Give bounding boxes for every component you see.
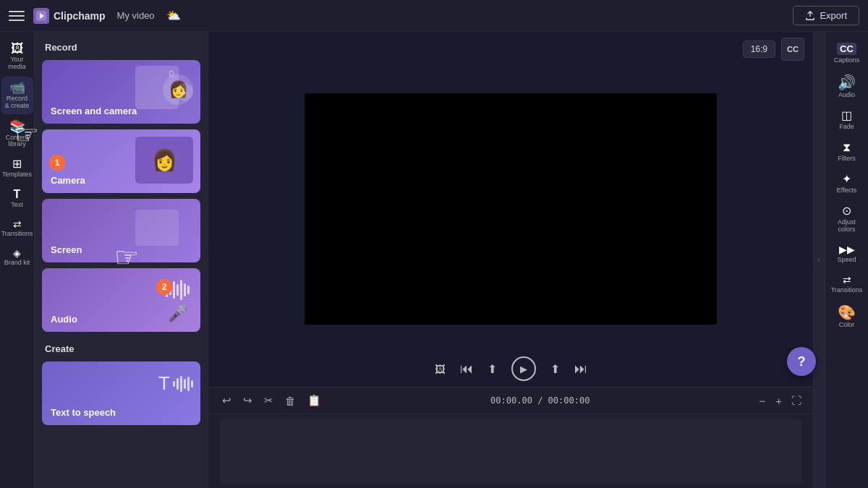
timeline-track	[220, 419, 801, 484]
speed-icon: ▶▶	[839, 244, 855, 254]
timeline-fullscreen-button[interactable]: ⛶	[791, 395, 801, 406]
cut-button[interactable]: ✂	[262, 392, 276, 409]
video-topbar: 16:9 CC	[208, 32, 813, 67]
transitions-right-icon: ⇄	[843, 275, 851, 285]
zoom-in-button[interactable]: +	[773, 393, 784, 409]
adjust-label: Adjust colors	[831, 218, 863, 233]
adjust-icon: ⊙	[842, 205, 851, 217]
timeline-toolbar: ↩ ↪ ✂ 🗑 📋 00:00.00 / 00:00:00 − + ⛶	[208, 388, 813, 414]
brand-icon: ◈	[13, 248, 21, 258]
sidebar-item-text[interactable]: T Text	[1, 184, 33, 213]
sidebar-item-content-library[interactable]: 📚 Content library	[1, 116, 33, 153]
captions-button[interactable]: CC	[781, 38, 804, 61]
play-button[interactable]: ▶	[511, 356, 536, 381]
tts-label: Text to speech	[51, 407, 116, 418]
cursor-badge-1: 1	[49, 155, 65, 171]
media-icon: 🖼	[11, 42, 24, 55]
sidebar-label-templates: Templates	[2, 171, 32, 179]
tts-deco: T	[158, 372, 193, 395]
screen-camera-label: Screen and camera	[51, 106, 137, 116]
audio-label: Audio	[51, 314, 77, 325]
logo-icon	[33, 8, 49, 24]
speed-label: Speed	[837, 256, 856, 263]
aspect-ratio-badge[interactable]: 16:9	[743, 40, 775, 58]
video-area: 16:9 CC 🖼 ⏮ ⬆ ▶ ⬆ ⏭ ⛶ ↩ ↪ ✂ 🗑 📋	[208, 32, 813, 488]
sidebar-collapse-handle[interactable]: ‹	[813, 32, 825, 488]
text-icon: T	[14, 189, 21, 200]
right-nav-color[interactable]: 🎨 Color	[828, 300, 866, 333]
redo-button[interactable]: ↪	[241, 392, 255, 409]
sidebar-label-your-media: Your media	[4, 56, 30, 71]
record-section-title: Record	[42, 42, 200, 53]
video-title[interactable]: My video	[117, 10, 155, 21]
sidebar-label-brand: Brand kit	[4, 260, 30, 267]
right-nav-fade[interactable]: ◫ Fade	[828, 105, 866, 135]
right-nav-effects[interactable]: ✦ Effects	[828, 168, 866, 199]
cursor-badge-2: 2	[156, 279, 172, 295]
duplicate-button[interactable]: 📋	[305, 392, 323, 409]
undo-button[interactable]: ↩	[220, 392, 234, 409]
audio-right-icon: 🔊	[838, 75, 856, 90]
right-nav-speed[interactable]: ▶▶ Speed	[828, 239, 866, 268]
camera-card[interactable]: 👩 Camera	[42, 129, 200, 193]
right-nav-audio[interactable]: 🔊 Audio	[828, 70, 866, 103]
export-button[interactable]: Export	[793, 6, 859, 25]
help-button[interactable]: ?	[787, 347, 816, 376]
screen-card[interactable]: Screen	[42, 199, 200, 262]
right-nav-captions[interactable]: CC Captions	[828, 38, 866, 69]
screen-label: Screen	[51, 244, 82, 255]
left-nav: 🖼 Your media 📹 Record & create 📚 Content…	[0, 32, 35, 488]
color-label: Color	[839, 321, 855, 328]
library-icon: 📚	[9, 120, 25, 133]
color-icon: 🎨	[838, 305, 856, 320]
skip-forward-icon[interactable]: ⏭	[574, 361, 587, 377]
zoom-out-button[interactable]: −	[757, 393, 767, 409]
right-sidebar: CC Captions 🔊 Audio ◫ Fade ⧗ Filters ✦ E…	[825, 32, 868, 488]
camera-label: Camera	[51, 175, 85, 186]
templates-icon: ⊞	[12, 158, 22, 170]
rewind-icon[interactable]: ⏮	[460, 361, 473, 377]
tts-card[interactable]: T Text to speech	[42, 361, 200, 425]
sidebar-item-transitions[interactable]: ⇄ Transitions	[1, 215, 33, 242]
logo-text: Clipchamp	[54, 10, 106, 22]
camera-deco: 👩	[135, 137, 193, 184]
record-panel: Record D 👩 Screen and camera › 👩 Camera …	[35, 32, 208, 488]
create-section-title: Create	[42, 343, 200, 354]
menu-icon[interactable]	[9, 8, 25, 24]
effects-label: Effects	[837, 187, 856, 194]
app-logo[interactable]: Clipchamp	[33, 8, 106, 24]
upload-icon[interactable]: ⬆	[488, 362, 497, 376]
timeline-time: 00:00.00 / 00:00:00	[331, 395, 749, 406]
share-icon[interactable]: ⬆	[550, 362, 560, 376]
screen-camera-card[interactable]: D 👩 Screen and camera ›	[42, 60, 200, 124]
sidebar-label-text: Text	[11, 202, 23, 209]
delete-button[interactable]: 🗑	[283, 393, 298, 409]
playback-controls: 🖼 ⏮ ⬆ ▶ ⬆ ⏭ ⛶	[208, 351, 813, 387]
captions-label: Captions	[834, 56, 860, 64]
audio-card[interactable]: 🎤 Audio	[42, 268, 200, 332]
sidebar-item-your-media[interactable]: 🖼 Your media	[1, 38, 33, 75]
timeline-zoom-controls: − +	[757, 393, 784, 409]
sidebar-item-templates[interactable]: ⊞ Templates	[1, 154, 33, 183]
fade-label: Fade	[839, 123, 854, 130]
filters-label: Filters	[838, 155, 856, 162]
audio-right-label: Audio	[838, 91, 855, 98]
transitions-icon: ⇄	[13, 219, 22, 229]
weather-icon[interactable]: ⛅	[163, 6, 184, 26]
fade-icon: ◫	[841, 110, 852, 121]
screen-camera-arrow[interactable]: ›	[176, 83, 193, 100]
right-nav-filters[interactable]: ⧗ Filters	[828, 137, 866, 167]
sidebar-label-library: Content library	[4, 134, 30, 149]
cc-icon: CC	[837, 43, 856, 55]
screen-deco	[135, 210, 179, 246]
sidebar-item-brand-kit[interactable]: ◈ Brand kit	[1, 244, 33, 271]
right-nav-adjust[interactable]: ⊙ Adjust colors	[828, 200, 866, 238]
filters-icon: ⧗	[843, 142, 851, 153]
sidebar-item-record-create[interactable]: 📹 Record & create	[1, 77, 33, 114]
topbar: Clipchamp My video ⛅ Export	[0, 0, 868, 32]
effects-icon: ✦	[842, 174, 851, 185]
right-nav-transitions[interactable]: ⇄ Transitions	[828, 270, 866, 299]
main-area: 🖼 Your media 📹 Record & create 📚 Content…	[0, 32, 868, 488]
screenshot-icon[interactable]: 🖼	[435, 363, 446, 375]
transitions-right-label: Transitions	[831, 286, 863, 294]
